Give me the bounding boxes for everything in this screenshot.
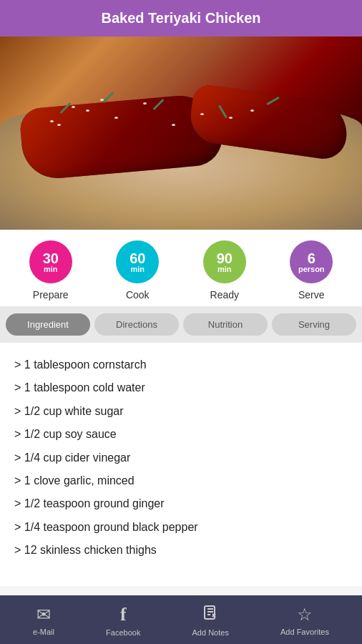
app-header: Baked Teriyaki Chicken xyxy=(0,0,362,36)
ready-circle: 90 min xyxy=(203,240,246,283)
tab-nutrition[interactable]: Nutrition xyxy=(183,313,268,336)
food-image xyxy=(0,36,362,230)
cook-label: Cook xyxy=(126,289,150,301)
nav-email[interactable]: ✉ e-Mail xyxy=(33,605,54,636)
add-favorites-label: Add Favorites xyxy=(280,628,329,636)
tab-serving[interactable]: Serving xyxy=(272,313,356,336)
serve-unit: person xyxy=(298,265,325,273)
ready-label: Ready xyxy=(210,289,239,301)
facebook-label: Facebook xyxy=(106,628,140,637)
cook-unit: min xyxy=(130,265,145,273)
facebook-icon: f xyxy=(120,604,127,625)
stats-row: 30 min Prepare 60 min Cook 90 min Ready … xyxy=(0,230,362,306)
serve-label: Serve xyxy=(298,289,325,301)
list-item: > 1/4 cup cider vinegar xyxy=(14,450,348,466)
nav-facebook[interactable]: f Facebook xyxy=(106,604,140,637)
stat-cook: 60 min Cook xyxy=(116,240,159,301)
list-item: > 1 tablespoon cold water xyxy=(14,380,348,396)
tabs-bar: Ingredient Directions Nutrition Serving xyxy=(0,306,362,343)
stat-prepare: 30 min Prepare xyxy=(29,240,72,301)
bottom-navigation: ✉ e-Mail f Facebook Add Notes ☆ Add Favo… xyxy=(0,595,362,644)
prepare-circle: 30 min xyxy=(29,240,72,283)
nav-add-favorites[interactable]: ☆ Add Favorites xyxy=(280,605,329,636)
serve-value: 6 xyxy=(308,251,315,265)
list-item: > 1/2 cup soy sauce xyxy=(14,426,348,442)
tab-directions[interactable]: Directions xyxy=(94,313,179,336)
prepare-label: Prepare xyxy=(33,289,69,301)
prepare-value: 30 xyxy=(43,251,59,265)
list-item: > 1/2 teaspoon ground ginger xyxy=(14,496,348,512)
list-item: > 1 tablespoon cornstarch xyxy=(14,357,348,373)
list-item: > 1/2 cup white sugar xyxy=(14,404,348,419)
serve-circle: 6 person xyxy=(290,240,333,283)
list-item: > 1 clove garlic, minced xyxy=(14,473,348,489)
tab-ingredient[interactable]: Ingredient xyxy=(6,313,90,336)
ready-unit: min xyxy=(217,265,232,273)
cook-value: 60 xyxy=(129,251,145,265)
ready-value: 90 xyxy=(217,251,233,265)
add-notes-label: Add Notes xyxy=(192,628,229,637)
email-label: e-Mail xyxy=(33,628,54,636)
list-item: > 12 skinless chicken thighs xyxy=(14,542,348,558)
prepare-unit: min xyxy=(44,265,58,273)
add-favorites-icon: ☆ xyxy=(297,605,313,625)
nav-add-notes[interactable]: Add Notes xyxy=(192,604,229,637)
ingredients-section: > 1 tablespoon cornstarch > 1 tablespoon… xyxy=(0,343,362,586)
stat-ready: 90 min Ready xyxy=(203,240,246,301)
add-notes-icon xyxy=(202,604,219,625)
email-icon: ✉ xyxy=(36,605,51,625)
stat-serve: 6 person Serve xyxy=(290,240,333,301)
list-item: > 1/4 teaspoon ground black pepper xyxy=(14,519,348,535)
page-title: Baked Teriyaki Chicken xyxy=(7,10,355,26)
cook-circle: 60 min xyxy=(116,240,159,283)
